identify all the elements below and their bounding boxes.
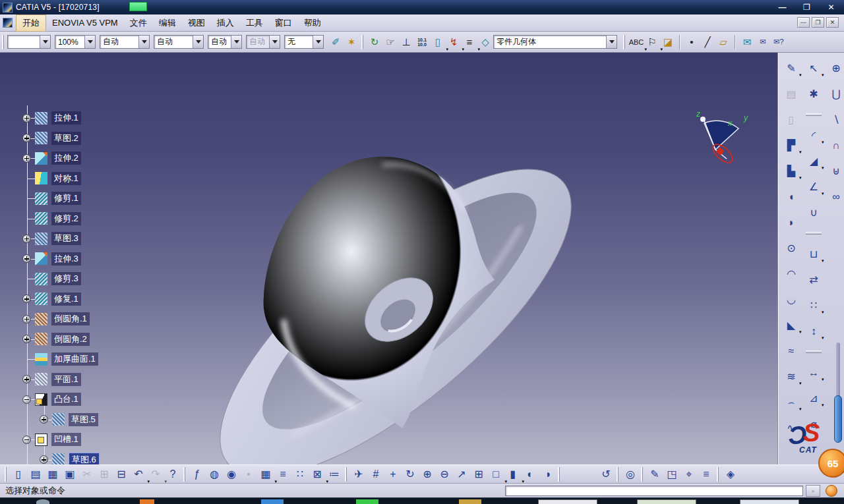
taskbar-item[interactable] <box>261 499 284 504</box>
immersive-view-icon[interactable]: ◳ <box>663 466 680 482</box>
chevron-down-icon[interactable] <box>84 36 95 48</box>
body-combo[interactable]: 零件几何体 <box>493 35 617 49</box>
taskbar-item[interactable] <box>538 499 597 504</box>
mirror-icon[interactable]: ⇄ <box>806 272 822 287</box>
tree-item-label[interactable]: 修复.1 <box>51 293 81 306</box>
tree-item-label[interactable]: 草图.5 <box>69 413 98 426</box>
tree-item-label[interactable]: 修剪.1 <box>51 192 81 205</box>
draft-angle-icon[interactable]: ∠ <box>806 179 822 194</box>
tree-item-sketch2[interactable]: 草图.2 <box>20 128 185 149</box>
scaling-icon[interactable]: ↕ <box>806 323 822 339</box>
expand-plus-icon[interactable] <box>22 294 31 303</box>
tree-item-extrude1[interactable]: 拉伸.1 <box>20 108 185 128</box>
expand-plus-icon[interactable] <box>22 375 31 383</box>
graphic-properties-painter-icon[interactable]: ✐ <box>328 34 344 50</box>
intersect-icon[interactable]: ∩ <box>829 138 844 153</box>
chevron-down-icon[interactable] <box>231 36 241 48</box>
notification-badge[interactable]: 65 <box>818 449 844 478</box>
expand-plus-icon[interactable] <box>22 335 31 343</box>
tree-item-trim2[interactable]: 修剪.2 <box>20 209 185 229</box>
new-document-icon[interactable]: ▯ <box>10 466 27 482</box>
tree-item-label[interactable]: 修剪.3 <box>51 272 81 285</box>
3d-model[interactable] <box>185 125 607 464</box>
expand-plus-icon[interactable] <box>22 134 31 142</box>
iso-view-icon[interactable]: □ <box>487 466 504 482</box>
tree-item-symmetry1[interactable]: 对称.1 <box>20 169 185 189</box>
menu-tools[interactable]: 工具 <box>240 15 269 31</box>
shell-icon[interactable]: ∪ <box>806 205 822 220</box>
wizard-icon[interactable]: ✶ <box>344 34 359 50</box>
menu-start[interactable]: 开始 <box>16 14 46 32</box>
tree-item-extrude3[interactable]: 拉伸.3 <box>20 249 185 269</box>
sketcher-icon[interactable]: ✎ <box>784 61 799 76</box>
toolbar-grip[interactable] <box>641 467 644 482</box>
mdi-minimize-button[interactable]: — <box>797 17 810 28</box>
mdi-close-button[interactable]: ✕ <box>826 17 839 28</box>
pad-tool-icon[interactable]: ▛ <box>784 138 799 153</box>
extrude-feature-icon[interactable] <box>35 252 47 265</box>
remove-lump-icon[interactable]: ∞ <box>829 189 844 204</box>
axis-system-icon[interactable]: ⊥ <box>398 34 414 50</box>
collapse-minus-icon[interactable] <box>22 395 31 404</box>
union-trim-icon[interactable]: ⊎ <box>829 163 844 179</box>
pocket-icon[interactable] <box>35 434 47 446</box>
taskbar-item[interactable] <box>140 499 154 504</box>
toolbar-grip[interactable] <box>617 467 620 482</box>
parameters-list-icon[interactable]: ∷ <box>291 466 309 482</box>
auto-combo-2[interactable]: 自动 <box>154 35 204 49</box>
menu-enovia[interactable]: ENOVIA V5 VPM <box>46 16 124 30</box>
taskbar-item[interactable] <box>36 499 49 504</box>
open-icon[interactable]: ▤ <box>27 466 44 482</box>
comment-icon[interactable]: ◍ <box>206 466 223 482</box>
rectangular-pattern-icon[interactable]: ∷ <box>806 298 822 313</box>
menu-help[interactable]: 帮助 <box>298 15 327 31</box>
tree-item-fillet1[interactable]: 倒圆角.1 <box>20 309 185 329</box>
tree-item-trim1[interactable]: 修剪.1 <box>20 188 185 209</box>
mdi-restore-button[interactable]: ❐ <box>812 17 824 28</box>
pocket-tool-icon[interactable]: ▙ <box>784 163 799 179</box>
update-icon[interactable]: ↻ <box>367 34 382 50</box>
relations-list-icon[interactable]: ≔ <box>326 466 343 482</box>
gear-icon[interactable]: ✱ <box>806 86 822 101</box>
line-icon[interactable]: ╱ <box>700 34 715 50</box>
expand-plus-icon[interactable] <box>22 254 31 263</box>
collapse-minus-icon[interactable] <box>22 435 31 444</box>
expand-plus-icon[interactable] <box>22 114 31 123</box>
maximize-button[interactable]: ❐ <box>798 1 816 13</box>
list-icon[interactable]: ≡ <box>462 34 477 50</box>
zoom-combo[interactable]: 100% <box>55 35 96 49</box>
save-icon[interactable]: ▦ <box>44 466 61 482</box>
expand-plus-icon[interactable] <box>22 154 31 163</box>
multi-view-icon[interactable]: ⊞ <box>470 466 487 482</box>
assemble-icon[interactable]: ⊕ <box>829 61 844 76</box>
tree-item-sketch5[interactable]: 草图.5 <box>20 410 185 430</box>
sketch-icon[interactable] <box>52 413 65 426</box>
constraint-violation-icon[interactable]: ↯ <box>446 34 462 50</box>
tree-item-sketch3[interactable]: 草图.3 <box>20 229 185 249</box>
fit-all-icon[interactable]: # <box>367 466 384 482</box>
tree-item-trim3[interactable]: 修剪.3 <box>20 269 185 289</box>
hole-icon[interactable]: ⊙ <box>784 240 799 256</box>
camera-icon[interactable]: ◎ <box>622 466 639 482</box>
tree-item-label[interactable]: 加厚曲面.1 <box>51 352 98 366</box>
select-icon[interactable]: ↖ <box>806 61 822 76</box>
trim-icon[interactable] <box>35 212 47 225</box>
normal-view-icon[interactable]: ↗ <box>453 466 470 482</box>
chevron-down-icon[interactable] <box>606 36 617 48</box>
viewport-3d[interactable]: z x y z x y 拉伸.1 草图.2 拉伸.2 <box>0 53 844 464</box>
tree-item-sketch6[interactable]: 草图.6 <box>20 450 185 465</box>
expand-plus-icon[interactable] <box>40 415 48 424</box>
close-surface-icon[interactable]: ⌢ <box>784 395 799 410</box>
sketch-icon[interactable] <box>35 132 47 144</box>
3d-annotation-icon[interactable]: ◪ <box>660 34 676 50</box>
template-tree-icon[interactable]: ≡ <box>274 466 291 482</box>
toolbar-grip[interactable] <box>2 35 5 49</box>
stiffener-icon[interactable]: ◣ <box>784 318 799 333</box>
plane-icon[interactable] <box>35 373 47 385</box>
isolate-icon[interactable]: ◇ <box>477 34 493 50</box>
toolbar-grip[interactable] <box>806 113 822 116</box>
chevron-down-icon[interactable] <box>313 36 323 48</box>
toolbar-grip[interactable] <box>5 467 8 482</box>
sketch-icon[interactable] <box>35 233 47 245</box>
expand-plus-icon[interactable] <box>22 235 31 243</box>
